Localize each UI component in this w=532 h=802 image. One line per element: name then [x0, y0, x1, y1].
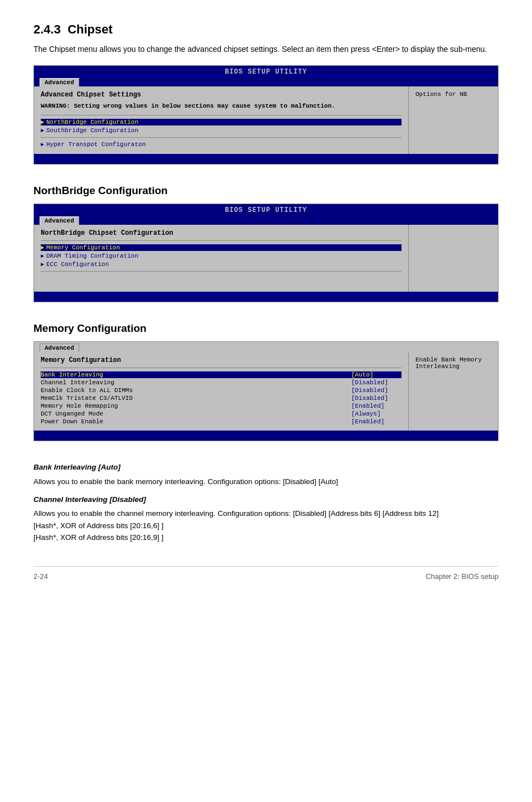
bank-interleaving-desc: Bank Interleaving [Auto] Allows you to e…: [33, 461, 499, 487]
bios-title: BIOS SETUP UTILITY: [34, 66, 498, 77]
bios-menu-ecc[interactable]: ► ECC Configuration: [41, 261, 402, 268]
channel-interleaving-title: Channel Interleaving [Disabled]: [33, 494, 499, 506]
arrow-icon: ►: [41, 253, 44, 259]
bios-tab-advanced: Advanced: [40, 216, 79, 225]
bios-left-title: Advanced Chipset Settings: [41, 91, 402, 99]
arrow-icon: ►: [41, 245, 44, 251]
bios-menu-item-southbridge[interactable]: ► Southbridge Configuration: [41, 127, 402, 134]
bios-separator: [41, 368, 402, 368]
bios-separator-2: [41, 137, 402, 138]
bios-wave-bar: [34, 431, 498, 441]
bios-menu-dram[interactable]: ► DRAM Timing Configuration: [41, 253, 402, 259]
bios-wave-bar: [34, 292, 498, 302]
arrow-icon: ►: [41, 128, 44, 134]
bios-separator: [41, 240, 402, 241]
bios-row-channel[interactable]: Channel Interleaving [Disabled]: [41, 379, 402, 386]
section-heading: 2.4.3 Chipset: [33, 22, 499, 37]
bios-content: Advanced Chipset Settings WARNING: Setti…: [34, 86, 498, 154]
bios-options-label: Options for NB: [415, 91, 467, 98]
bios-separator-1: [41, 115, 402, 115]
bios-content: NorthBridge Chipset Configuration ► Memo…: [34, 225, 498, 292]
bios-warning: WARNING: Setting wrong values in below s…: [41, 102, 402, 110]
northbridge-section: NorthBridge Configuration BIOS SETUP UTI…: [33, 185, 499, 302]
bios-left-panel: Advanced Chipset Settings WARNING: Setti…: [34, 86, 409, 154]
bios-menu-item-hyper[interactable]: ► Hyper Transpot Configuraton: [41, 141, 402, 148]
bios-left-panel: NorthBridge Chipset Configuration ► Memo…: [34, 225, 409, 292]
bios-tab-row: Advanced: [34, 342, 498, 352]
bios-left-panel: Memory Configuration Bank Interleaving […: [34, 352, 409, 431]
arrow-icon: ►: [41, 119, 44, 125]
northbridge-bios-screen: BIOS SETUP UTILITY Advanced NorthBridge …: [33, 204, 499, 302]
memory-bios-screen: Advanced Memory Configuration Bank Inter…: [33, 341, 499, 441]
intro-text: The Chipset menu allows you to change th…: [33, 44, 499, 55]
bios-row-memclk[interactable]: MemClk Tristate C3/ATLVID [Disabled]: [41, 395, 402, 402]
bios-right-panel: Options for NB: [409, 86, 498, 154]
footer-page-number: 2-24: [33, 572, 48, 581]
bios-menu-item-northbridge[interactable]: ► NorthBridge Configuration: [41, 119, 402, 125]
bios-title: BIOS SETUP UTILITY: [34, 204, 498, 215]
bios-row-bank[interactable]: Bank Interleaving [Auto]: [41, 371, 402, 378]
memory-section: Memory Configuration Advanced Memory Con…: [33, 322, 499, 544]
memory-heading: Memory Configuration: [33, 322, 499, 335]
bios-row-clock[interactable]: Enable Clock to ALL DIMMs [Disabled]: [41, 387, 402, 394]
description-block: Bank Interleaving [Auto] Allows you to e…: [33, 461, 499, 544]
channel-interleaving-desc: Channel Interleaving [Disabled] Allows y…: [33, 494, 499, 544]
arrow-icon: ►: [41, 142, 44, 148]
footer-chapter: Chapter 2: BIOS setup: [425, 572, 499, 581]
arrow-icon: ►: [41, 262, 44, 268]
bios-row-power-down[interactable]: Power Down Enable [Enabled]: [41, 418, 402, 425]
bios-right-panel: [409, 225, 498, 292]
bios-right-panel: Enable Bank MemoryInterleaving: [409, 352, 498, 431]
bios-bank-label: Enable Bank MemoryInterleaving: [415, 356, 482, 370]
bios-tab-row: Advanced: [34, 77, 498, 86]
bios-content: Memory Configuration Bank Interleaving […: [34, 352, 498, 431]
bios-separator-2: [41, 271, 402, 272]
bios-tab-advanced: Advanced: [40, 78, 79, 86]
bios-tab-row: Advanced: [34, 215, 498, 225]
bios-tab-advanced: Advanced: [40, 344, 79, 352]
bios-left-title: Memory Configuration: [41, 356, 402, 364]
chipset-section: 2.4.3 Chipset The Chipset menu allows yo…: [33, 22, 499, 165]
footer: 2-24 Chapter 2: BIOS setup: [33, 566, 499, 581]
bios-left-title: NorthBridge Chipset Configuration: [41, 229, 402, 237]
bios-row-memory-hole[interactable]: Memory Hole Remapping [Enabled]: [41, 403, 402, 409]
bios-wave-bar: [34, 154, 498, 164]
bios-menu-memory[interactable]: ► Memory Configuration: [41, 244, 402, 251]
bios-row-dct[interactable]: DCT Unganged Mode [Always]: [41, 410, 402, 417]
bank-interleaving-title: Bank Interleaving [Auto]: [33, 461, 499, 474]
northbridge-heading: NorthBridge Configuration: [33, 185, 499, 197]
chipset-bios-screen: BIOS SETUP UTILITY Advanced Advanced Chi…: [33, 65, 499, 165]
